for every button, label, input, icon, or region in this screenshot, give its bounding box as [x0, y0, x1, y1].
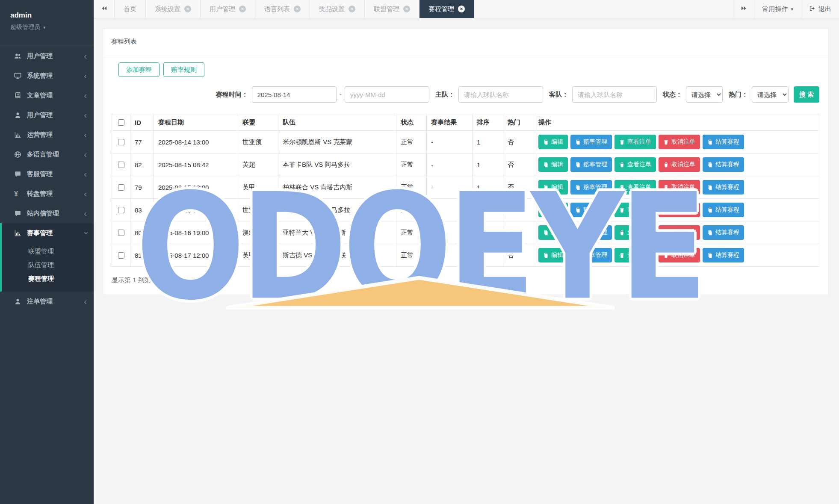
tabs-scroll-right-button[interactable] [733, 0, 754, 18]
forward-icon [741, 5, 747, 13]
view-bets-button[interactable]: 查看注单 [614, 157, 656, 172]
row-checkbox[interactable] [118, 184, 124, 191]
sidebar-item-multilang-manage[interactable]: 多语言管理‹ [0, 144, 94, 164]
date-to-input[interactable] [345, 86, 429, 103]
row-checkbox[interactable] [118, 207, 124, 213]
sidebar-item-article-manage[interactable]: 文章管理‹ [0, 85, 94, 105]
schedule-table: ID赛程日期联盟队伍状态赛事结果排序热门操作 772025-08-14 13:0… [112, 114, 819, 267]
search-button[interactable]: 搜 索 [794, 86, 819, 103]
settle-match-button[interactable]: 结算赛程 [703, 135, 744, 149]
cancel-bets-button[interactable]: 取消注单 [659, 248, 700, 262]
sidebar-subitem-schedule-manage[interactable]: 赛程管理 [2, 272, 94, 286]
sidebar-item-service-manage[interactable]: 客服管理‹ [0, 164, 94, 184]
cancel-bets-button[interactable]: 取消注单 [659, 157, 700, 172]
edit-button[interactable]: 编辑 [538, 180, 568, 195]
odds-manage-button[interactable]: 赔率管理 [570, 180, 612, 195]
user-role-dropdown[interactable]: 超级管理员 ▾ [10, 24, 83, 31]
sidebar-item-label: 系统管理 [27, 72, 53, 80]
status-select[interactable]: 请选择 [686, 86, 723, 103]
edit-button[interactable]: 编辑 [538, 135, 568, 149]
sidebar-item-message-manage[interactable]: 站内信管理‹ [0, 203, 94, 223]
cell-actions: 编辑赔率管理查看注单取消注单结算赛程 [534, 176, 819, 199]
tab-label: 赛程管理 [428, 5, 454, 13]
cancel-bets-button[interactable]: 取消注单 [659, 135, 700, 149]
tab-home[interactable]: 首页 [115, 0, 146, 18]
trash-icon [663, 253, 669, 258]
tab-user-manage[interactable]: 用户管理× [201, 0, 255, 18]
yen-icon: ¥ [14, 190, 21, 197]
view-bets-button[interactable]: 查看注单 [614, 248, 656, 262]
edit-button[interactable]: 编辑 [538, 225, 568, 240]
sidebar-item-wheel-manage[interactable]: ¥转盘管理‹ [0, 184, 94, 203]
tab-schedule-manage[interactable]: 赛程管理× [420, 0, 474, 18]
away-team-input[interactable] [572, 86, 657, 103]
row-checkbox[interactable] [118, 252, 124, 259]
chart-icon [14, 131, 21, 139]
settle-match-button[interactable]: 结算赛程 [703, 157, 744, 172]
tab-prize-settings[interactable]: 奖品设置× [310, 0, 365, 18]
odds-rules-button[interactable]: 赔率规则 [163, 62, 204, 77]
home-team-input[interactable] [458, 86, 543, 103]
logout-button[interactable]: 退出 [801, 0, 839, 18]
cell-sort: 1 [473, 176, 503, 199]
caret-down-icon: ▾ [791, 6, 793, 12]
tab-language-list[interactable]: 语言列表× [255, 0, 310, 18]
tab-system-settings[interactable]: 系统设置× [146, 0, 201, 18]
cancel-bets-button[interactable]: 取消注单 [659, 203, 700, 217]
view-bets-button[interactable]: 查看注单 [614, 225, 656, 240]
edit-button[interactable]: 编辑 [538, 248, 568, 262]
view-bets-button[interactable]: 查看注单 [614, 203, 656, 217]
sidebar-item-betorder-manage[interactable]: 注单管理‹ [0, 292, 94, 311]
tabbar-right: 常用操作 ▾ 退出 [733, 0, 839, 18]
close-icon[interactable]: × [294, 6, 301, 12]
odds-manage-button[interactable]: 赔率管理 [570, 135, 612, 149]
close-icon[interactable]: × [458, 6, 465, 12]
sidebar-item-match-manage[interactable]: 赛事管理‹ [2, 223, 94, 243]
chart-icon [14, 230, 21, 237]
cancel-bets-button[interactable]: 取消注单 [659, 180, 700, 195]
row-checkbox[interactable] [118, 230, 124, 236]
settle-match-button[interactable]: 结算赛程 [703, 225, 744, 240]
edit-button[interactable]: 编辑 [538, 157, 568, 172]
close-icon[interactable]: × [239, 6, 246, 12]
close-icon[interactable]: × [349, 6, 355, 12]
sidebar-item-users-manage[interactable]: 用户管理‹ [0, 46, 94, 66]
file-icon [707, 253, 713, 258]
odds-manage-button[interactable]: 赔率管理 [570, 225, 612, 240]
sidebar-item-label: 客服管理 [27, 170, 53, 178]
chevron-left-icon: ‹ [84, 52, 87, 60]
settle-match-button[interactable]: 结算赛程 [703, 180, 744, 195]
tabs-scroll-left-button[interactable] [94, 0, 115, 18]
trash-icon [663, 162, 669, 168]
close-icon[interactable]: × [403, 6, 410, 12]
edit-button[interactable]: 编辑 [538, 203, 568, 217]
tab-league-manage[interactable]: 联盟管理× [365, 0, 420, 18]
row-checkbox[interactable] [118, 139, 124, 145]
sidebar-item-system-manage[interactable]: 系统管理‹ [0, 66, 94, 85]
cell-date: 2025-08-17 12:00 [154, 244, 238, 267]
row-checkbox[interactable] [118, 162, 124, 168]
date-from-input[interactable] [252, 86, 337, 103]
view-bets-button[interactable]: 查看注单 [614, 135, 656, 149]
common-actions-dropdown[interactable]: 常用操作 ▾ [754, 0, 801, 18]
sidebar-item-user-manage[interactable]: 用户管理‹ [0, 105, 94, 125]
cancel-bets-button[interactable]: 取消注单 [659, 225, 700, 240]
odds-manage-button[interactable]: 赔率管理 [570, 248, 612, 262]
sidebar-subitem-team-manage[interactable]: 队伍管理 [2, 258, 94, 272]
add-schedule-button[interactable]: 添加赛程 [118, 62, 160, 77]
settle-match-button[interactable]: 结算赛程 [703, 248, 744, 262]
hot-select[interactable]: 请选择 [752, 86, 789, 103]
tab-label: 奖品设置 [319, 5, 345, 13]
column-header: 赛事结果 [427, 114, 473, 131]
comment-icon [14, 171, 21, 178]
user-panel[interactable]: admin 超级管理员 ▾ [0, 0, 94, 39]
select-all-checkbox[interactable] [118, 119, 124, 126]
sidebar-subitem-league-manage[interactable]: 联盟管理 [2, 245, 94, 258]
view-bets-button[interactable]: 查看注单 [614, 180, 656, 195]
odds-manage-button[interactable]: 赔率管理 [570, 203, 612, 217]
close-icon[interactable]: × [184, 6, 191, 12]
sidebar-item-label: 运营管理 [27, 131, 53, 139]
settle-match-button[interactable]: 结算赛程 [703, 203, 744, 217]
sidebar-item-operation-manage[interactable]: 运营管理‹ [0, 125, 94, 144]
odds-manage-button[interactable]: 赔率管理 [570, 157, 612, 172]
